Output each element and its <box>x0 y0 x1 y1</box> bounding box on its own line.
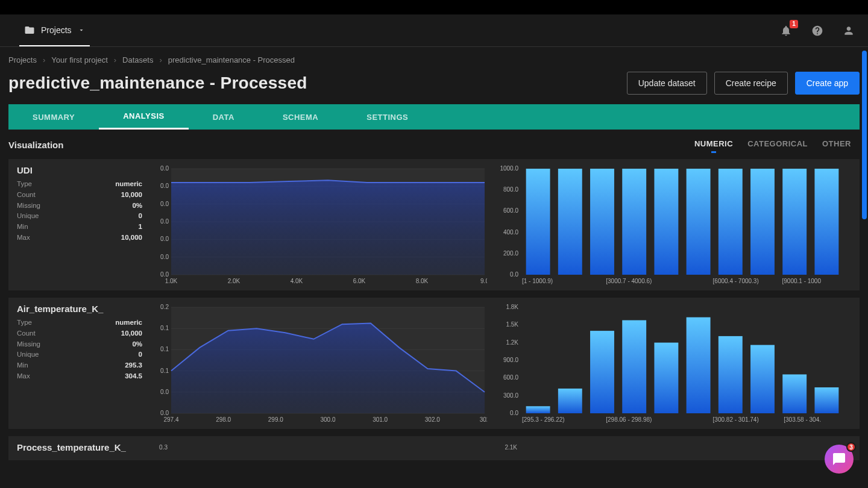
svg-rect-29 <box>590 169 614 275</box>
svg-rect-34 <box>750 169 775 275</box>
histogram-chart: 2.1K <box>495 442 851 460</box>
density-chart: 0.00.00.00.00.00.00.01.0K2.0K4.0K6.0K8.0… <box>149 165 487 286</box>
tab-summary[interactable]: SUMMARY <box>8 104 99 130</box>
chat-badge: 3 <box>846 442 856 452</box>
chat-button[interactable]: 3 <box>825 445 854 474</box>
filter-numeric[interactable]: NUMERIC <box>694 139 733 151</box>
svg-rect-77 <box>814 387 838 413</box>
svg-text:0.0: 0.0 <box>160 236 169 242</box>
create-app-button[interactable]: Create app <box>795 72 860 95</box>
page-title: predictive_maintenance - Processed <box>8 74 307 93</box>
svg-text:8.0K: 8.0K <box>416 278 429 284</box>
svg-text:0.0: 0.0 <box>160 271 169 278</box>
filter-categorical[interactable]: CATEGORICAL <box>747 139 808 151</box>
variable-name: UDI <box>17 165 142 175</box>
svg-text:0.0: 0.0 <box>160 218 169 225</box>
svg-text:0.0: 0.0 <box>510 410 518 416</box>
update-dataset-button[interactable]: Update dataset <box>627 72 707 95</box>
notification-badge: 1 <box>790 20 798 28</box>
top-navbar: Projects 1 <box>0 14 868 47</box>
svg-rect-32 <box>687 169 711 275</box>
breadcrumb-project[interactable]: Your first project <box>51 55 107 64</box>
person-icon <box>843 25 855 37</box>
help-icon <box>811 25 823 37</box>
svg-text:300.0: 300.0 <box>503 392 518 399</box>
variable-card: UDI Typenumeric Count10,000 Missing0% Un… <box>8 159 860 290</box>
variable-name: Process_temperature_K_ <box>17 442 142 452</box>
help-button[interactable] <box>810 23 825 38</box>
filter-other[interactable]: OTHER <box>822 139 851 151</box>
svg-rect-72 <box>654 343 678 413</box>
breadcrumb-current: predictive_maintenance - Processed <box>168 55 295 64</box>
svg-rect-71 <box>622 321 646 413</box>
variable-card: Process_temperature_K_ 0.3 2.1K <box>8 436 860 460</box>
svg-text:0.0: 0.0 <box>160 410 169 416</box>
svg-text:0.1: 0.1 <box>160 325 169 331</box>
svg-rect-76 <box>782 374 807 413</box>
variable-name: Air_temperature_K_ <box>17 304 142 314</box>
histogram-chart: 0.0300.0600.0900.01.2K1.5K1.8K[295.3 - 2… <box>495 304 851 424</box>
svg-rect-33 <box>719 169 743 275</box>
svg-rect-74 <box>719 336 743 413</box>
svg-rect-35 <box>782 169 807 275</box>
svg-text:0.2: 0.2 <box>160 304 169 310</box>
chat-icon <box>832 452 846 466</box>
density-chart: 0.00.00.10.10.10.2297.4298.0299.0300.030… <box>149 304 487 424</box>
svg-text:0.0: 0.0 <box>160 165 169 172</box>
tab-settings[interactable]: SETTINGS <box>342 104 432 130</box>
svg-rect-30 <box>622 169 646 275</box>
svg-text:[6000.4 - 7000.3): [6000.4 - 7000.3) <box>713 278 759 284</box>
svg-text:0.1: 0.1 <box>160 368 169 374</box>
folder-icon <box>24 25 35 36</box>
create-recipe-button[interactable]: Create recipe <box>714 72 788 95</box>
svg-rect-27 <box>526 169 550 275</box>
svg-text:600.0: 600.0 <box>503 207 518 214</box>
svg-text:2.0K: 2.0K <box>228 278 241 284</box>
nav-projects-dropdown[interactable]: Projects <box>19 14 90 46</box>
svg-text:[3000.7 - 4000.6): [3000.7 - 4000.6) <box>606 278 652 284</box>
variable-card: Air_temperature_K_ Typenumeric Count10,0… <box>8 298 860 429</box>
svg-text:1.2K: 1.2K <box>506 339 518 346</box>
svg-text:900.0: 900.0 <box>503 357 518 363</box>
breadcrumb-projects[interactable]: Projects <box>8 55 37 64</box>
svg-text:297.4: 297.4 <box>163 416 178 423</box>
notifications-button[interactable]: 1 <box>779 23 793 38</box>
svg-text:1000.0: 1000.0 <box>500 165 518 172</box>
svg-text:0.0: 0.0 <box>160 183 169 189</box>
svg-text:0.0: 0.0 <box>160 254 169 260</box>
svg-text:9.0: 9.0 <box>480 278 487 284</box>
svg-text:0.0: 0.0 <box>160 201 169 207</box>
svg-rect-28 <box>558 169 582 275</box>
svg-text:[298.06 - 298.98): [298.06 - 298.98) <box>606 416 652 423</box>
svg-text:301.0: 301.0 <box>373 416 388 423</box>
tab-analysis[interactable]: ANALYSIS <box>99 104 189 130</box>
svg-text:302.0: 302.0 <box>425 416 440 423</box>
svg-text:298.0: 298.0 <box>216 416 231 423</box>
svg-rect-70 <box>590 331 614 413</box>
breadcrumb: Projects › Your first project › Datasets… <box>0 47 868 68</box>
breadcrumb-datasets[interactable]: Datasets <box>122 55 153 64</box>
svg-text:0.1: 0.1 <box>160 346 169 352</box>
svg-text:302: 302 <box>480 416 487 423</box>
svg-text:300.0: 300.0 <box>320 416 335 423</box>
svg-text:0.3: 0.3 <box>159 444 168 451</box>
visualization-heading: Visualization <box>8 140 63 150</box>
svg-text:4.0K: 4.0K <box>291 278 303 284</box>
tab-schema[interactable]: SCHEMA <box>259 104 342 130</box>
histogram-chart: 0.0200.0400.0600.0800.01000.0[1 - 1000.9… <box>495 165 851 286</box>
chevron-down-icon <box>78 27 85 34</box>
svg-text:299.0: 299.0 <box>268 416 283 423</box>
svg-text:1.8K: 1.8K <box>506 304 518 310</box>
scrollbar-thumb[interactable] <box>862 51 867 219</box>
svg-rect-68 <box>526 406 550 413</box>
svg-text:1.5K: 1.5K <box>506 321 518 328</box>
account-button[interactable] <box>841 23 856 38</box>
chevron-right-icon: › <box>159 55 162 64</box>
svg-text:[295.3 - 296.22): [295.3 - 296.22) <box>522 416 565 423</box>
svg-rect-36 <box>814 169 838 275</box>
svg-text:0.0: 0.0 <box>510 271 518 278</box>
scrollbar[interactable] <box>862 51 867 483</box>
tab-data[interactable]: DATA <box>189 104 259 130</box>
svg-rect-73 <box>687 318 711 413</box>
svg-text:400.0: 400.0 <box>503 229 518 236</box>
